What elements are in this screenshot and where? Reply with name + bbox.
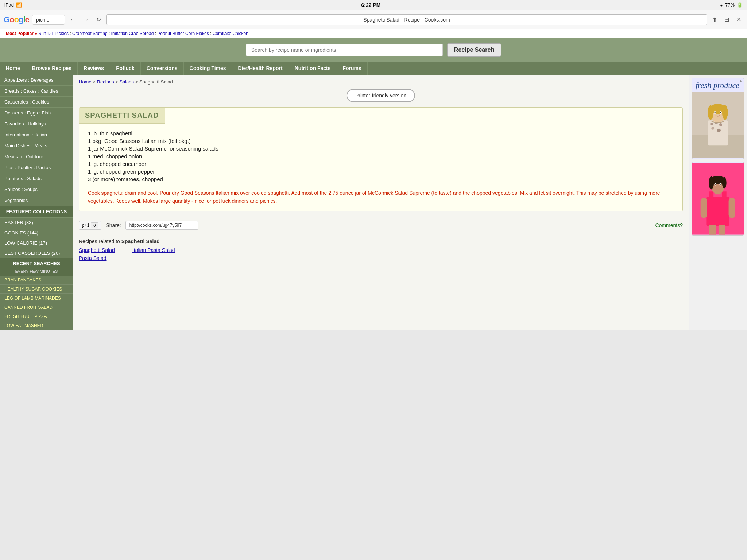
popular-link-4[interactable]: Peanut Butter Corn Flakes xyxy=(157,31,209,36)
popular-link-3[interactable]: Imitation Crab Spread xyxy=(111,31,154,36)
sidebar-item-pies[interactable]: Pies : Poultry : Pastas xyxy=(0,162,73,173)
breadcrumb-recipes[interactable]: Recipes xyxy=(97,79,114,85)
website: Most Popular » Sun Dill Pickles : Crabme… xyxy=(0,29,747,330)
related-italian-pasta-salad[interactable]: Italian Pasta Salad xyxy=(132,247,175,253)
related-title: Recipes related to Spaghetti Salad xyxy=(79,238,683,244)
nav-diet-health[interactable]: Diet/Health Report xyxy=(232,62,289,75)
svg-point-5 xyxy=(719,123,722,126)
popular-link-2[interactable]: Crabmeat Stuffing xyxy=(72,31,108,36)
recipe-instructions: Cook spaghetti; drain and cool. Pour dry… xyxy=(88,189,674,205)
popular-bar: Most Popular » Sun Dill Pickles : Crabme… xyxy=(0,29,747,38)
svg-point-15 xyxy=(720,112,721,113)
collection-low-calorie[interactable]: LOW CALORIE (17) xyxy=(0,238,73,248)
related-spaghetti-salad[interactable]: Spaghetti Salad xyxy=(79,247,115,253)
svg-point-23 xyxy=(709,176,714,189)
nav-home[interactable]: Home xyxy=(0,62,26,75)
browser-actions: ⬆ ⊞ ✕ xyxy=(710,15,743,24)
gplus-count: 0 xyxy=(91,222,98,228)
refresh-button[interactable]: ↻ xyxy=(94,15,103,24)
ad-title: fresh produce xyxy=(692,78,744,91)
printer-friendly-wrap: Printer-friendly version xyxy=(79,89,683,102)
svg-point-7 xyxy=(717,129,721,132)
main-layout: Appetizers : Beverages Breads : Cakes : … xyxy=(0,75,747,330)
right-sidebar: ▸ fresh produce xyxy=(689,75,747,330)
sidebar-item-casseroles[interactable]: Casseroles : Cookies xyxy=(0,97,73,108)
url-bar[interactable]: Spaghetti Salad - Recipe - Cooks.com xyxy=(106,14,707,25)
close-button[interactable]: ✕ xyxy=(734,15,743,24)
recent-bran-pancakes[interactable]: BRAN PANCAKES xyxy=(0,276,73,285)
breadcrumb-salads[interactable]: Salads xyxy=(119,79,134,85)
nav-conversions[interactable]: Conversions xyxy=(141,62,184,75)
gplus-button[interactable]: g+1 0 xyxy=(79,221,101,230)
address-input[interactable] xyxy=(32,15,65,25)
comments-link[interactable]: Comments? xyxy=(655,222,683,228)
sidebar-item-main-dishes[interactable]: Main Dishes : Meats xyxy=(0,140,73,151)
share-label: Share: xyxy=(106,222,121,228)
recent-healthy-sugar-cookies[interactable]: HEALTHY SUGAR COOKIES xyxy=(0,285,73,294)
nav-browse-recipes[interactable]: Browse Recipes xyxy=(26,62,78,75)
share-url-input[interactable] xyxy=(125,221,198,230)
recent-low-fat-mashed[interactable]: LOW FAT MASHED xyxy=(0,321,73,330)
recent-leg-of-lamb[interactable]: LEG OF LAMB MARINADES xyxy=(0,294,73,303)
related-pasta-salad[interactable]: Pasta Salad xyxy=(79,255,107,261)
svg-point-3 xyxy=(710,122,713,125)
popular-link-1[interactable]: Sun Dill Pickles xyxy=(38,31,69,36)
svg-rect-31 xyxy=(729,198,735,218)
tabs-button[interactable]: ⊞ xyxy=(722,15,731,24)
ad-block-1: ▸ fresh produce xyxy=(692,78,744,159)
collection-cookies[interactable]: COOKIES (144) xyxy=(0,228,73,238)
nav-nutrition[interactable]: Nutrition Facts xyxy=(289,62,337,75)
browser-chrome: Google ← → ↻ Spaghetti Salad - Recipe - … xyxy=(0,10,747,29)
recipe-body: 1 lb. thin spaghetti 1 pkg. Good Seasons… xyxy=(79,124,682,211)
recipe-card: SPAGHETTI SALAD 1 lb. thin spaghetti 1 p… xyxy=(79,107,683,211)
forward-button[interactable]: → xyxy=(81,15,91,24)
back-button[interactable]: ← xyxy=(68,15,78,24)
collection-easter[interactable]: EASTER (33) xyxy=(0,218,73,228)
sidebar-item-favorites[interactable]: Favorites : Holidays xyxy=(0,118,73,129)
ad-triangle-1: ▸ xyxy=(740,79,742,83)
sidebar-item-desserts[interactable]: Desserts : Eggs : Fish xyxy=(0,108,73,118)
printer-friendly-button[interactable]: Printer-friendly version xyxy=(347,89,415,102)
ad-image-2 xyxy=(692,162,744,235)
nav-cooking-times[interactable]: Cooking Times xyxy=(184,62,232,75)
sidebar-item-sauces[interactable]: Sauces : Soups xyxy=(0,184,73,195)
model-svg-1 xyxy=(692,91,744,159)
wifi-icon: 📶 xyxy=(16,2,22,8)
search-input[interactable] xyxy=(246,44,443,56)
share-button[interactable]: ⬆ xyxy=(710,15,719,24)
collection-best-casseroles[interactable]: BEST CASSEROLES (26) xyxy=(0,248,73,258)
ad-image-1 xyxy=(692,91,744,159)
recent-fresh-fruit-pizza[interactable]: FRESH FRUIT PIZZA xyxy=(0,312,73,321)
model-svg-2 xyxy=(692,162,744,235)
svg-point-14 xyxy=(715,112,716,113)
nav-bar: Home Browse Recipes Reviews Potluck Conv… xyxy=(0,62,747,75)
svg-point-24 xyxy=(722,177,727,189)
recipe-search-button[interactable]: Recipe Search xyxy=(447,43,501,57)
breadcrumb-home[interactable]: Home xyxy=(79,79,92,85)
sidebar-item-mexican[interactable]: Mexican : Outdoor xyxy=(0,151,73,162)
google-logo: Google xyxy=(4,15,29,24)
svg-rect-32 xyxy=(709,225,716,235)
nav-forums[interactable]: Forums xyxy=(337,62,368,75)
svg-rect-20 xyxy=(722,191,727,199)
sidebar-item-international[interactable]: International : Italian xyxy=(0,129,73,140)
related-section: Recipes related to Spaghetti Salad Spagh… xyxy=(79,238,683,261)
related-links-row: Spaghetti Salad Italian Pasta Salad xyxy=(79,247,683,253)
sidebar-item-appetizers[interactable]: Appetizers : Beverages xyxy=(0,75,73,86)
bluetooth-icon: ⬥ xyxy=(720,2,723,8)
featured-collections-header: FEATURED COLLECTIONS xyxy=(0,206,73,218)
ad-block-2 xyxy=(692,162,744,236)
recent-canned-fruit-salad[interactable]: CANNED FRUIT SALAD xyxy=(0,303,73,312)
ingredient-list: 1 lb. thin spaghetti 1 pkg. Good Seasons… xyxy=(88,129,674,183)
recent-searches-header: RECENT SEARCHES xyxy=(0,258,73,268)
nav-reviews[interactable]: Reviews xyxy=(78,62,110,75)
svg-rect-29 xyxy=(715,190,721,195)
content-area: Home > Recipes > Salads > Spaghetti Sala… xyxy=(73,75,689,330)
battery-icon: 🔋 xyxy=(737,2,743,8)
popular-link-5[interactable]: Cornflake Chicken xyxy=(213,31,248,36)
sidebar-item-vegetables[interactable]: Vegetables xyxy=(0,195,73,206)
svg-rect-30 xyxy=(701,198,707,218)
sidebar-item-breads[interactable]: Breads : Cakes : Candies xyxy=(0,86,73,97)
sidebar-item-potatoes[interactable]: Potatoes : Salads xyxy=(0,173,73,184)
nav-potluck[interactable]: Potluck xyxy=(110,62,141,75)
